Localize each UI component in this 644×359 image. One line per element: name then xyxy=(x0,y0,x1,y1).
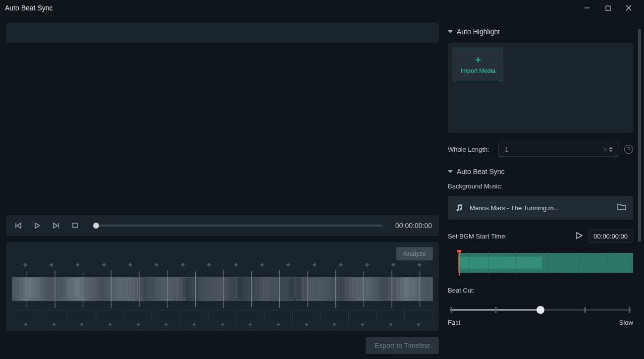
bgm-file-name: Manos Mars - The Tunning.m... xyxy=(470,204,611,212)
section-title: Auto Highlight xyxy=(457,28,500,36)
slider-label-fast: Fast xyxy=(448,319,460,326)
music-note-icon xyxy=(455,203,464,212)
player-bar: 00:00:00:00 xyxy=(6,215,439,236)
progress-thumb[interactable] xyxy=(93,223,99,229)
whole-length-value: 1 xyxy=(505,146,604,153)
section-auto-beat-sync-header[interactable]: Auto Beat Sync xyxy=(448,168,633,176)
window-title: Auto Beat Sync xyxy=(5,4,53,12)
player-timecode: 00:00:00:00 xyxy=(395,222,432,230)
beat-markers-top xyxy=(12,263,433,268)
svg-rect-9 xyxy=(73,223,77,228)
whole-length-unit: s xyxy=(604,146,607,153)
player-progress[interactable] xyxy=(93,225,382,227)
import-media-dropzone[interactable]: + Import Media xyxy=(448,43,633,133)
svg-marker-6 xyxy=(35,223,40,228)
slider-label-slow: Slow xyxy=(619,319,633,326)
slider-thumb[interactable] xyxy=(537,306,544,314)
stop-button[interactable] xyxy=(69,220,80,231)
preview-toolbar xyxy=(6,23,439,43)
whole-length-label: Whole Length: xyxy=(448,146,493,153)
chevron-down-icon xyxy=(448,170,453,173)
beat-segments xyxy=(12,310,433,323)
plus-icon: + xyxy=(475,55,482,65)
svg-marker-5 xyxy=(17,223,21,228)
bgm-playhead[interactable] xyxy=(459,250,460,276)
svg-marker-7 xyxy=(54,223,57,228)
analyze-button[interactable]: Analyze xyxy=(396,247,433,260)
beat-cut-slider[interactable] xyxy=(448,305,633,315)
prev-frame-button[interactable] xyxy=(13,220,24,231)
bgm-waveform[interactable] xyxy=(448,250,633,276)
svg-rect-32 xyxy=(448,250,458,276)
svg-rect-13 xyxy=(12,273,433,305)
export-to-timeline-button[interactable]: Export to Timeline xyxy=(366,337,439,354)
svg-rect-34 xyxy=(458,250,542,276)
section-title: Auto Beat Sync xyxy=(457,168,505,176)
svg-marker-29 xyxy=(577,233,582,239)
waveform-panel: Analyze dense noisy waveform xyxy=(6,242,439,331)
bgm-label: Background Music: xyxy=(448,182,633,190)
bgm-file-row: Manos Mars - The Tunning.m... xyxy=(448,196,633,220)
browse-folder-button[interactable] xyxy=(617,203,626,213)
titlebar: Auto Beat Sync xyxy=(0,0,644,16)
play-button[interactable] xyxy=(32,220,43,231)
start-time-label: Set BGM Start Time: xyxy=(448,233,570,240)
import-media-button[interactable]: + Import Media xyxy=(453,48,503,81)
preview-canvas xyxy=(6,49,439,209)
bgm-start-time-input[interactable]: 00:00:00:00 xyxy=(588,230,633,243)
chevron-down-icon xyxy=(448,30,453,33)
help-button[interactable]: ? xyxy=(624,145,633,154)
next-frame-button[interactable] xyxy=(51,220,61,231)
main-waveform: dense noisy waveform xyxy=(12,268,433,310)
spin-down-icon[interactable] xyxy=(609,150,613,152)
spin-up-icon[interactable] xyxy=(609,147,613,149)
svg-rect-1 xyxy=(606,6,610,10)
close-button[interactable] xyxy=(618,1,639,15)
maximize-button[interactable] xyxy=(597,1,618,15)
beat-cut-label: Beat Cut: xyxy=(448,287,633,294)
whole-length-input[interactable]: 1 s xyxy=(498,142,619,157)
minimize-button[interactable] xyxy=(577,1,597,15)
bgm-play-button[interactable] xyxy=(575,232,583,241)
section-auto-highlight-header[interactable]: Auto Highlight xyxy=(448,28,633,36)
import-media-label: Import Media xyxy=(461,67,495,74)
